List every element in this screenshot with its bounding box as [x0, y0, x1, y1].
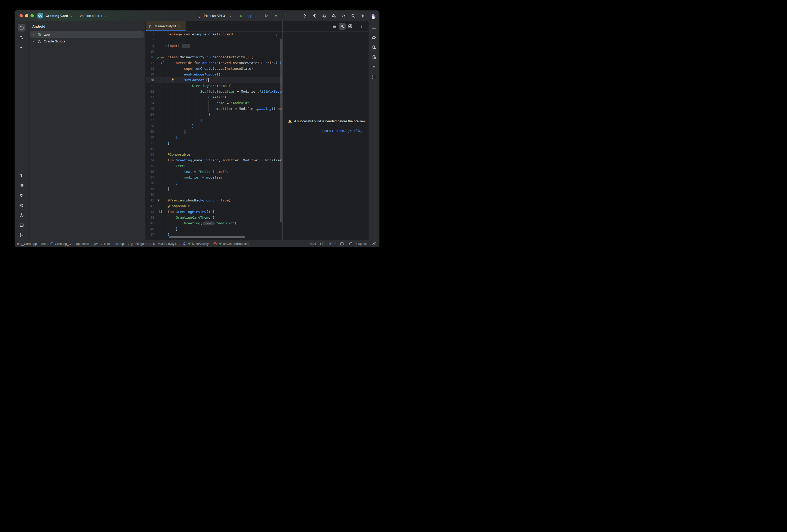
tree-item-app[interactable]: ›app	[30, 31, 144, 38]
tree-item-gradle-scripts[interactable]: ›Gradle Scripts	[30, 38, 144, 44]
minimize-window-button[interactable]	[25, 14, 28, 17]
preview-more-options-icon[interactable]: ⋮	[358, 23, 365, 30]
device-selector[interactable]: Pixel 6a API 31	[204, 14, 227, 18]
tab-mainactivity[interactable]: MainActivity.kt ✕	[146, 21, 186, 31]
attach-debugger-icon[interactable]	[330, 12, 338, 20]
inspection-widget-icon[interactable]	[340, 242, 344, 246]
inspection-ok-icon[interactable]: ✓	[275, 33, 278, 37]
split-view-icon[interactable]	[339, 23, 346, 30]
resource-manager-icon[interactable]	[18, 34, 25, 41]
app-quality-insights-gem-icon[interactable]	[18, 192, 25, 199]
more-tool-windows-icon[interactable]	[18, 43, 25, 51]
breadcrumb-item[interactable]: src	[41, 242, 45, 246]
code-line-17: 17 override fun onCreate(savedInstanceSt…	[146, 60, 282, 66]
android-head-icon	[239, 14, 244, 18]
build-variants-icon[interactable]	[370, 73, 378, 81]
breadcrumb-item[interactable]: java	[94, 242, 100, 246]
gradle-elephant-icon[interactable]	[370, 34, 378, 41]
method-icon: m	[213, 242, 217, 246]
line-number: 16	[146, 55, 154, 60]
code-line-25: 25 modifier = Modifier.padding(inne	[146, 106, 282, 112]
chevron-right-icon[interactable]: ›	[33, 33, 37, 37]
unlock-icon[interactable]	[372, 242, 376, 246]
code-text: class MainActivity : ComponentActivity()…	[168, 55, 253, 60]
module-icon	[50, 242, 54, 246]
build-refresh-link[interactable]: Build & Refresh... (⌥⇧⌘R)	[320, 129, 363, 133]
encoding-widget[interactable]: UTF-8	[327, 242, 336, 246]
close-tab-icon[interactable]: ✕	[178, 24, 181, 28]
code-text: }	[168, 226, 178, 232]
more-actions-button[interactable]: ⋮	[282, 12, 289, 20]
code-view-icon[interactable]	[331, 23, 338, 30]
line-number: 43	[146, 209, 154, 215]
breadcrumb-item[interactable]: MainActivity	[182, 242, 209, 246]
editor-horizontal-scrollbar[interactable]	[169, 236, 245, 238]
breadcrumb-item[interactable]: MainActivity.kt	[153, 242, 177, 246]
project-name-menu[interactable]: Greeting Card	[45, 14, 68, 18]
preview-settings-icon[interactable]	[157, 198, 160, 204]
notifications-bell-icon[interactable]	[370, 24, 378, 31]
design-view-icon[interactable]	[347, 23, 354, 30]
line-separator-widget[interactable]: LF	[320, 242, 324, 246]
build-hammer-icon[interactable]	[18, 172, 25, 179]
line-number: 42	[146, 203, 154, 209]
run-configuration-selector[interactable]: app	[247, 14, 252, 18]
breadcrumb-item[interactable]: monCreate(Bundle?)	[213, 242, 249, 246]
breadcrumb-label: onCreate(Bundle?)	[223, 242, 249, 246]
code-line-16: 16</>class MainActivity : ComponentActiv…	[146, 55, 282, 60]
indent-widget[interactable]: 4 spaces	[356, 242, 368, 246]
breadcrumb-item[interactable]: com	[104, 242, 110, 246]
code-text: }	[168, 140, 170, 146]
line-number: 26	[146, 112, 154, 118]
problems-icon[interactable]	[18, 211, 25, 219]
line-number: 20	[146, 77, 154, 83]
chevron-right-icon[interactable]: ›	[33, 40, 37, 43]
search-icon[interactable]	[349, 12, 357, 20]
breadcrumb-separator: ›	[150, 242, 151, 246]
settings-gear-icon[interactable]	[359, 12, 366, 20]
line-number: 38	[146, 180, 154, 186]
running-devices-icon[interactable]	[370, 54, 378, 61]
line-number: 31	[146, 140, 154, 146]
line-number: 44	[146, 215, 154, 220]
gradle-sync-icon[interactable]	[340, 12, 347, 20]
logcat-cat-icon[interactable]	[18, 201, 25, 209]
breadcrumb-item[interactable]: example	[114, 242, 126, 246]
chevron-down-icon: ⌄	[104, 14, 106, 17]
code-text: }	[168, 129, 186, 134]
breadcrumb-separator: ›	[112, 242, 113, 246]
user-avatar[interactable]	[370, 13, 376, 19]
run-button[interactable]	[263, 12, 270, 20]
close-window-button[interactable]	[20, 14, 23, 17]
breadcrumb-separator: ›	[39, 242, 40, 246]
caret-position-widget[interactable]: 20:21	[309, 242, 317, 246]
code-line-15: 15	[146, 49, 282, 55]
code-text: GreetingCardTheme {	[168, 83, 231, 89]
line-number: 23	[146, 94, 154, 100]
line-number: 3	[146, 43, 154, 49]
build-hammer-icon[interactable]	[301, 12, 309, 20]
editor-vertical-scrollbar[interactable]	[280, 39, 282, 222]
line-number: 29	[146, 129, 154, 134]
gemini-sparkle-icon[interactable]	[370, 63, 378, 71]
right-tool-stripe	[368, 21, 379, 240]
breadcrumb-item[interactable]: ting_Card.app	[17, 242, 37, 246]
code-line-40: 40	[146, 192, 282, 197]
code-text: override fun onCreate(savedInstanceState…	[168, 60, 282, 66]
apply-changes-icon[interactable]	[321, 12, 328, 20]
version-control-branch-icon[interactable]	[18, 231, 25, 239]
device-manager-icon[interactable]	[370, 43, 378, 51]
zoom-window-button[interactable]	[30, 14, 34, 17]
breadcrumb-item[interactable]: greetingcard	[131, 242, 148, 246]
project-view-selector[interactable]: Android	[32, 24, 45, 28]
vcs-menu[interactable]: Version control	[80, 14, 102, 18]
project-folder-icon[interactable]	[18, 24, 25, 31]
todo-list-icon[interactable]	[18, 182, 25, 190]
code-editor[interactable]: 1package com.example.greetingcard23impor…	[146, 31, 282, 240]
sync-alphabet-icon[interactable]	[311, 12, 318, 20]
breadcrumb-item[interactable]: Greeting_Card.app.main	[50, 242, 89, 246]
terminal-icon[interactable]	[18, 221, 25, 229]
tree-item-label: Gradle Scripts	[44, 39, 65, 43]
debug-button[interactable]	[272, 12, 279, 20]
ai-assistant-disabled-icon[interactable]	[348, 241, 352, 246]
